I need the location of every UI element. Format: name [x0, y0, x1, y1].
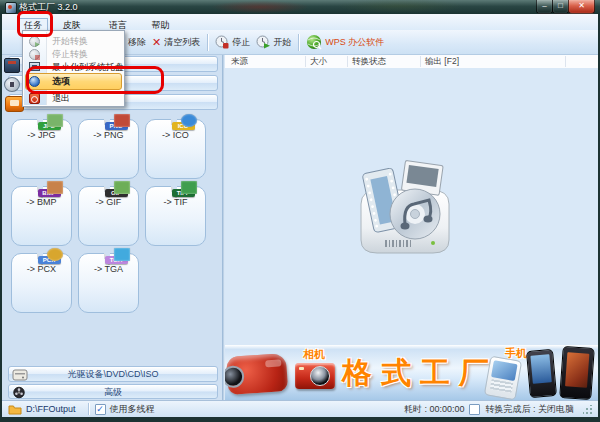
clear-list-icon: ✕ [152, 37, 161, 48]
audio-section-icon [4, 77, 20, 92]
pcx-file-icon: PCX [41, 253, 43, 265]
to-bmp-label: -> BMP [12, 197, 71, 207]
maximize-button[interactable]: □ [552, 0, 569, 14]
after-done-label: 转换完成后 : 关闭电脑 [485, 403, 574, 416]
to-png-label: -> PNG [79, 130, 138, 140]
banner-title: 格式工厂 [335, 353, 505, 394]
to-bmp-button[interactable]: BMP -> BMP [11, 186, 72, 246]
jpg-file-icon: JPG [41, 119, 43, 131]
camera-label: 相机 [303, 347, 325, 362]
column-status[interactable]: 转换状态 [352, 56, 386, 68]
camcorder-image [226, 353, 289, 395]
to-pcx-label: -> PCX [12, 264, 71, 274]
annotation-box-options [26, 66, 164, 94]
clear-list-label: 清空列表 [164, 36, 200, 49]
column-separator [305, 56, 306, 67]
smartphone-image [559, 346, 595, 400]
minimize-button[interactable]: – [536, 0, 553, 14]
to-jpg-button[interactable]: JPG -> JPG [11, 119, 72, 179]
to-tif-label: -> TIF [146, 197, 205, 207]
compact-camera-image [295, 363, 335, 389]
title-bar: 格式工厂 3.2.0 – □ ✕ [0, 0, 600, 14]
file-list-area[interactable] [225, 68, 598, 345]
shutdown-checkbox[interactable] [469, 404, 480, 415]
clear-list-button[interactable]: ✕ 清空列表 [149, 34, 203, 51]
advanced-section-label: 高级 [104, 387, 122, 397]
stop-convert-label: 停止转换 [52, 49, 88, 59]
stop-button[interactable]: 停止 [212, 33, 253, 51]
to-tif-button[interactable]: TIFF -> TIF [145, 186, 206, 246]
jpg-thumb [47, 114, 63, 127]
column-separator [565, 56, 566, 67]
column-size[interactable]: 大小 [310, 56, 327, 68]
format-factory-logo [345, 150, 465, 265]
to-ico-button[interactable]: ICO -> ICO [145, 119, 206, 179]
to-pcx-button[interactable]: PCX -> PCX [11, 253, 72, 313]
remove-label: 移除 [128, 36, 146, 49]
multithread-checkbox[interactable]: ✓ [95, 404, 106, 415]
png-thumb [114, 114, 130, 127]
start-convert-label: 开始转换 [52, 36, 88, 46]
to-png-button[interactable]: PNG -> PNG [78, 119, 139, 179]
start-button[interactable]: 开始 [253, 33, 294, 51]
stop-convert-icon [29, 49, 40, 60]
annotation-box-task-menu [17, 11, 53, 37]
bmp-file-icon: BMP [41, 186, 43, 198]
statusbar-separator [88, 403, 89, 415]
column-source[interactable]: 来源 [231, 56, 248, 68]
bmp-thumb [47, 181, 63, 194]
png-file-icon: PNG [108, 119, 110, 131]
exit-label: 退出 [52, 93, 70, 103]
white-phone-image [484, 356, 522, 400]
tga-thumb [114, 248, 130, 261]
column-separator [420, 56, 421, 67]
ico-file-icon: ICO [175, 119, 177, 131]
rom-section-label: 光驱设备\DVD\CD\ISO [67, 369, 158, 379]
section-bar-rom-device[interactable]: 光驱设备\DVD\CD\ISO [8, 366, 218, 382]
start-clock-icon [256, 35, 270, 49]
tif-thumb [181, 181, 197, 194]
to-tga-label: -> TGA [79, 264, 138, 274]
to-jpg-label: -> JPG [12, 130, 71, 140]
app-window: 格式工厂 3.2.0 – □ ✕ 任务 皮肤 语言 帮助 移除 ✕ 清空列表 停… [0, 0, 600, 422]
tif-file-icon: TIFF [175, 186, 177, 198]
stop-clock-icon [215, 35, 229, 49]
wps-globe-icon [306, 34, 322, 50]
elapsed-time: 耗时 : 00:00:00 [404, 403, 465, 416]
menu-bar: 任务 皮肤 语言 帮助 [2, 14, 598, 31]
stop-label: 停止 [232, 36, 250, 49]
menu-item-stop-convert[interactable]: 停止转换 [24, 48, 123, 61]
to-ico-label: -> ICO [146, 130, 205, 140]
section-bar-advanced[interactable]: 高级 [8, 384, 218, 399]
wps-label: WPS 办公软件 [325, 36, 384, 49]
status-bar: D:\FFOutput ✓ 使用多线程 耗时 : 00:00:00 转换完成后 … [2, 400, 598, 417]
gif-file-icon: GIF [108, 186, 110, 198]
output-path[interactable]: D:\FFOutput [26, 404, 76, 414]
column-separator [347, 56, 348, 67]
to-gif-label: -> GIF [79, 197, 138, 207]
exit-icon [29, 93, 40, 104]
start-label: 开始 [273, 36, 291, 49]
to-gif-button[interactable]: GIF -> GIF [78, 186, 139, 246]
start-convert-icon [29, 36, 40, 47]
close-button[interactable]: ✕ [568, 0, 595, 14]
toolbar-separator [207, 34, 208, 51]
pcx-thumb [47, 248, 63, 261]
gif-thumb [114, 181, 130, 194]
file-list-header: 来源 大小 转换状态 输出 [F2] [225, 55, 598, 69]
to-tga-button[interactable]: TGA -> TGA [78, 253, 139, 313]
tga-file-icon: TGA [108, 253, 110, 265]
ico-thumb [181, 114, 197, 127]
film-reel-icon [12, 386, 26, 399]
column-output[interactable]: 输出 [F2] [425, 56, 459, 68]
dark-phone-image [526, 349, 557, 398]
toolbar-separator [298, 34, 299, 51]
app-icon [5, 2, 17, 14]
output-folder-icon[interactable] [8, 404, 22, 415]
cd-drive-icon [12, 368, 28, 382]
promo-banner: 相机 格式工厂 手机 [225, 345, 598, 400]
multithread-label: 使用多线程 [110, 403, 155, 416]
wps-office-button[interactable]: WPS 办公软件 [303, 32, 387, 52]
resize-grip[interactable] [583, 405, 592, 414]
video-section-icon [4, 58, 20, 73]
